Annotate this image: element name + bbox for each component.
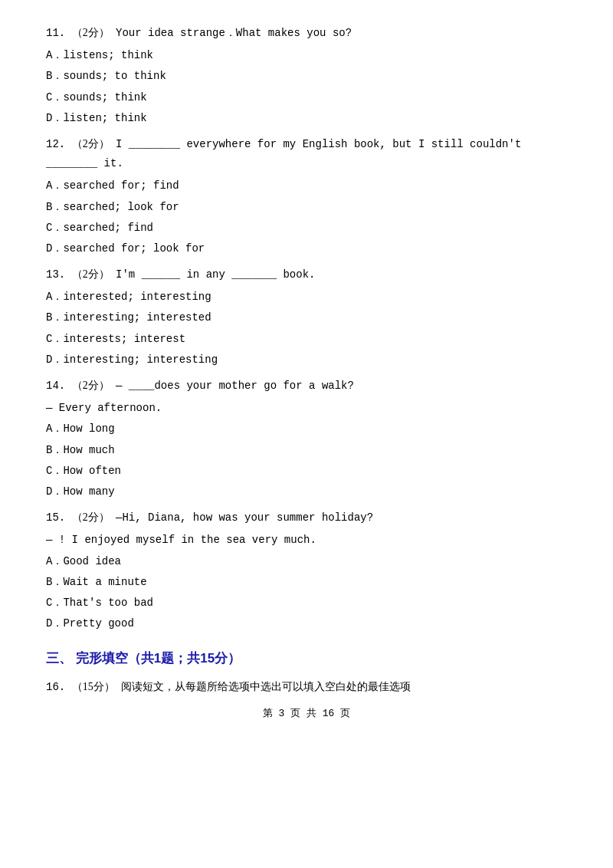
question-13-title: 13. （2分） I'm ______ in any _______ book. <box>46 265 567 284</box>
option-13-b-label: B． <box>46 311 63 324</box>
question-15-text: —Hi, Diana, how was your summer holiday? <box>116 511 373 524</box>
question-12-title: 12. （2分） I ________ everywhere for my En… <box>46 134 567 173</box>
option-12-a-text: searched for; find <box>63 179 179 192</box>
option-13-a: A．interested; interesting <box>46 288 567 307</box>
option-12-c-label: C． <box>46 222 63 234</box>
option-13-d-text: interesting; interesting <box>63 353 218 366</box>
question-14-dialog: — Every afternoon. <box>46 399 567 418</box>
option-12-b-text: searched; look for <box>63 201 179 213</box>
option-13-b-text: interesting; interested <box>63 311 211 324</box>
question-13: 13. （2分） I'm ______ in any _______ book.… <box>46 265 567 370</box>
option-11-a: A．listens; think <box>46 46 567 65</box>
option-11-d: D．listen; think <box>46 109 567 128</box>
option-11-a-label: A． <box>46 49 63 61</box>
option-15-b: B．Wait a minute <box>46 573 567 592</box>
option-14-b-text: How much <box>63 444 114 456</box>
option-12-b: B．searched; look for <box>46 198 567 217</box>
question-12-number: 12. <box>46 138 65 150</box>
option-11-b-label: B． <box>46 70 63 82</box>
option-15-b-label: B． <box>46 576 63 588</box>
option-13-d: D．interesting; interesting <box>46 350 567 370</box>
question-12: 12. （2分） I ________ everywhere for my En… <box>46 134 567 258</box>
question-13-text: I'm ______ in any _______ book. <box>116 268 315 281</box>
question-15: 15. （2分） —Hi, Diana, how was your summer… <box>46 508 567 633</box>
question-15-title: 15. （2分） —Hi, Diana, how was your summer… <box>46 508 567 528</box>
question-14: 14. （2分） — ____does your mother go for a… <box>46 376 567 501</box>
question-14-points: （2分） <box>72 380 110 391</box>
option-11-b-text: sounds; to think <box>63 70 166 82</box>
option-15-b-text: Wait a minute <box>63 576 146 588</box>
question-14-title: 14. （2分） — ____does your mother go for a… <box>46 376 567 396</box>
option-14-a-label: A． <box>46 422 63 435</box>
question-12-text: I ________ everywhere for my English boo… <box>46 138 521 169</box>
option-12-a: A．searched for; find <box>46 176 567 196</box>
question-16: 16. （15分） 阅读短文，从每题所给选项中选出可以填入空白处的最佳选项 <box>46 677 567 697</box>
option-15-a: A．Good idea <box>46 552 567 571</box>
question-13-number: 13. <box>46 268 65 281</box>
question-16-title: 16. （15分） 阅读短文，从每题所给选项中选出可以填入空白处的最佳选项 <box>46 677 567 697</box>
question-14-number: 14. <box>46 380 65 392</box>
option-12-d: D．searched for; look for <box>46 239 567 258</box>
option-11-c-text: sounds; think <box>63 91 146 104</box>
option-15-d: D．Pretty good <box>46 614 567 633</box>
option-12-d-label: D． <box>46 242 63 255</box>
option-15-d-text: Pretty good <box>63 617 133 630</box>
question-16-points: （15分） <box>72 681 115 692</box>
question-11-text: Your idea strange．What makes you so? <box>116 27 352 39</box>
option-15-c: C．That's too bad <box>46 593 567 613</box>
question-11-number: 11. <box>46 27 65 39</box>
option-11-a-text: listens; think <box>63 49 153 61</box>
option-13-b: B．interesting; interested <box>46 308 567 327</box>
option-14-c: C．How often <box>46 462 567 481</box>
option-13-a-text: interested; interesting <box>63 291 211 303</box>
question-11-title: 11. （2分） Your idea strange．What makes yo… <box>46 23 567 43</box>
option-13-c-text: interests; interest <box>63 333 185 345</box>
option-11-b: B．sounds; to think <box>46 67 567 86</box>
page-number: 第 3 页 共 16 页 <box>263 708 350 719</box>
question-16-number: 16. <box>46 681 65 693</box>
option-11-d-text: listen; think <box>63 112 146 124</box>
question-15-dialog: — ! I enjoyed myself in the sea very muc… <box>46 531 567 550</box>
page-footer: 第 3 页 共 16 页 <box>46 705 567 722</box>
option-14-c-text: How often <box>63 465 121 477</box>
option-14-a-text: How long <box>63 422 114 435</box>
question-12-points: （2分） <box>72 138 110 150</box>
option-13-d-label: D． <box>46 353 63 366</box>
option-12-c: C．searched; find <box>46 219 567 238</box>
option-14-b-label: B． <box>46 444 63 456</box>
option-12-c-text: searched; find <box>63 222 153 234</box>
option-12-d-text: searched for; look for <box>63 242 205 255</box>
option-11-c: C．sounds; think <box>46 88 567 107</box>
option-14-c-label: C． <box>46 465 63 477</box>
question-11-points: （2分） <box>72 27 110 38</box>
section-3-title: 三、 完形填空（共1题；共15分） <box>46 647 567 671</box>
option-14-b: B．How much <box>46 441 567 460</box>
option-12-a-label: A． <box>46 179 63 192</box>
option-15-c-label: C． <box>46 597 63 609</box>
option-15-a-label: A． <box>46 555 63 567</box>
option-14-a: A．How long <box>46 419 567 439</box>
question-14-dialog-text: — Every afternoon. <box>46 402 162 414</box>
option-15-d-label: D． <box>46 617 63 630</box>
option-14-d-label: D． <box>46 485 63 498</box>
question-14-text: — ____does your mother go for a walk? <box>116 380 354 392</box>
option-14-d-text: How many <box>63 485 114 498</box>
option-11-d-label: D． <box>46 112 63 124</box>
question-13-points: （2分） <box>72 268 110 280</box>
question-15-dialog-text: — ! I enjoyed myself in the sea very muc… <box>46 534 316 546</box>
option-11-c-label: C． <box>46 91 63 104</box>
option-14-d: D．How many <box>46 482 567 501</box>
question-15-points: （2分） <box>72 511 110 523</box>
option-13-c-label: C． <box>46 333 63 345</box>
option-15-c-text: That's too bad <box>63 597 153 609</box>
option-15-a-text: Good idea <box>63 555 121 567</box>
option-12-b-label: B． <box>46 201 63 213</box>
question-15-number: 15. <box>46 511 65 524</box>
question-16-text: 阅读短文，从每题所给选项中选出可以填入空白处的最佳选项 <box>121 681 411 692</box>
question-11: 11. （2分） Your idea strange．What makes yo… <box>46 23 567 128</box>
option-13-a-label: A． <box>46 291 63 303</box>
option-13-c: C．interests; interest <box>46 330 567 349</box>
